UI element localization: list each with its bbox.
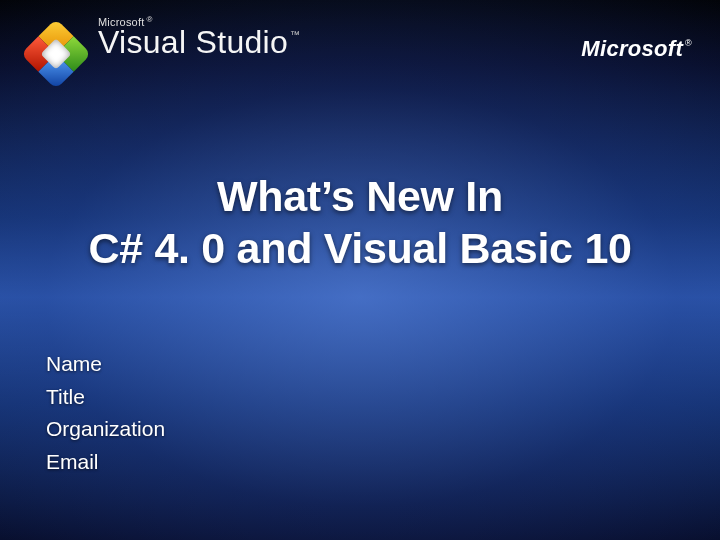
registered-mark: ® [146,16,152,24]
microsoft-corp-logo: Microsoft® [581,36,692,62]
title-line-2: C# 4. 0 and Visual Basic 10 [88,224,631,272]
field-name: Name [46,348,165,381]
visual-studio-logo-icon [24,22,88,86]
microsoft-corp-text: Microsoft [581,36,683,62]
field-title: Title [46,381,165,414]
microsoft-corp-registered: ® [685,38,692,48]
slide: Microsoft® Visual Studio™ Microsoft® Wha… [0,0,720,540]
visual-studio-text: Microsoft® Visual Studio™ [98,16,300,60]
slide-title: What’s New In C# 4. 0 and Visual Basic 1… [0,170,720,275]
header: Microsoft® Visual Studio™ Microsoft® [0,12,720,102]
product-name-text: Visual Studio [98,24,288,60]
product-name: Visual Studio™ [98,26,300,60]
field-organization: Organization [46,413,165,446]
title-line-1: What’s New In [217,172,503,220]
field-email: Email [46,446,165,479]
visual-studio-logo-block: Microsoft® Visual Studio™ [24,16,300,86]
trademark: ™ [290,29,300,40]
presenter-fields: Name Title Organization Email [46,348,165,478]
